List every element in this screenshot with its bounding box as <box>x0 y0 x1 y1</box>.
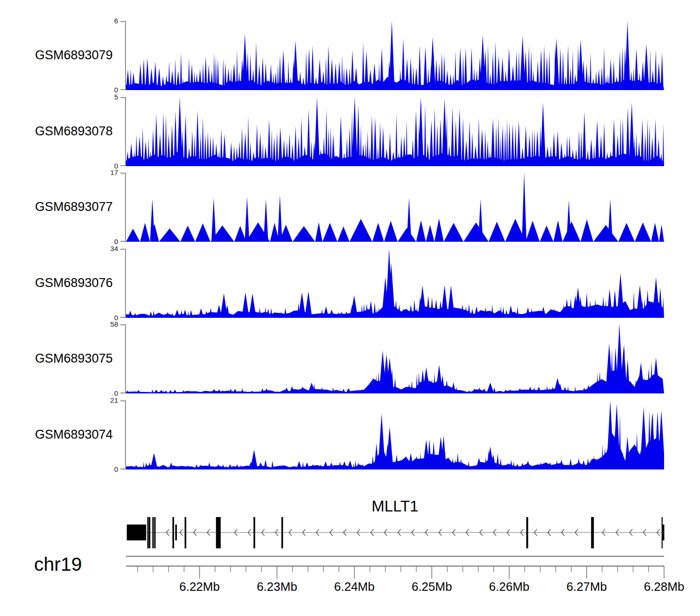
exon <box>216 517 221 548</box>
y-axis-max-label: 21 <box>96 396 118 404</box>
exon <box>185 517 187 548</box>
coverage-signal-GSM6893077 <box>126 173 664 242</box>
track-label: GSM6893077 <box>35 200 113 214</box>
gene-title: MLLT1 <box>126 497 664 515</box>
genome-axis-track <box>126 553 666 581</box>
exon <box>147 517 149 548</box>
y-axis-max-label: 34 <box>96 245 118 252</box>
coverage-signal-GSM6893074 <box>126 400 664 469</box>
track-label: GSM6893079 <box>35 48 113 63</box>
y-axis-bracket <box>120 400 126 469</box>
exon <box>281 517 283 548</box>
y-axis-max-label: 17 <box>96 168 118 176</box>
axis-tick-label: 6.25Mb <box>406 580 457 594</box>
exon <box>173 517 175 548</box>
coverage-area <box>126 21 664 90</box>
utr-exon <box>175 525 177 540</box>
axis-tick-label: 6.28Mb <box>638 580 690 594</box>
axis-tick-label: 6.24Mb <box>329 580 380 594</box>
coverage-area <box>126 324 664 393</box>
coverage-signal-GSM6893076 <box>126 249 664 318</box>
axis-tick-label: 6.26Mb <box>483 580 535 594</box>
y-axis-bracket <box>120 173 126 242</box>
coverage-area <box>126 249 664 318</box>
track-label: GSM6893075 <box>35 351 113 366</box>
y-axis-max-label: 5 <box>96 93 118 101</box>
track-label: GSM6893074 <box>35 427 113 442</box>
y-axis-max-label: 6 <box>96 17 118 25</box>
axis-tick-label: 6.22Mb <box>174 580 225 594</box>
chromosome-label: chr19 <box>34 553 82 575</box>
track-label: GSM6893078 <box>35 124 113 139</box>
coverage-signal-GSM6893078 <box>126 97 664 166</box>
exon <box>152 517 154 548</box>
genome-browser-figure: MLLT1 chr19 GSM689307960GSM689307850GSM6… <box>0 0 700 616</box>
y-axis-bracket <box>120 97 126 166</box>
axis-tick-label: 6.23Mb <box>252 580 303 594</box>
y-axis-bracket <box>120 249 126 318</box>
y-axis-max-label: 58 <box>96 320 118 328</box>
coverage-area <box>126 173 664 242</box>
coverage-signal-GSM6893079 <box>126 21 664 90</box>
y-axis-zero-label: 0 <box>96 465 118 473</box>
y-axis-bracket <box>120 324 126 393</box>
utr-exon <box>662 525 665 540</box>
track-label: GSM6893076 <box>35 276 113 290</box>
gene-model-track <box>126 515 666 551</box>
coverage-signal-GSM6893075 <box>126 324 664 393</box>
exon <box>526 517 528 548</box>
exon <box>591 517 594 548</box>
utr-exon <box>127 525 147 540</box>
y-axis-bracket <box>120 21 126 90</box>
coverage-area <box>126 97 664 166</box>
axis-tick-label: 6.27Mb <box>561 580 612 594</box>
coverage-area <box>126 400 664 469</box>
exon <box>154 517 155 548</box>
exon <box>253 517 255 548</box>
exon <box>149 517 150 548</box>
